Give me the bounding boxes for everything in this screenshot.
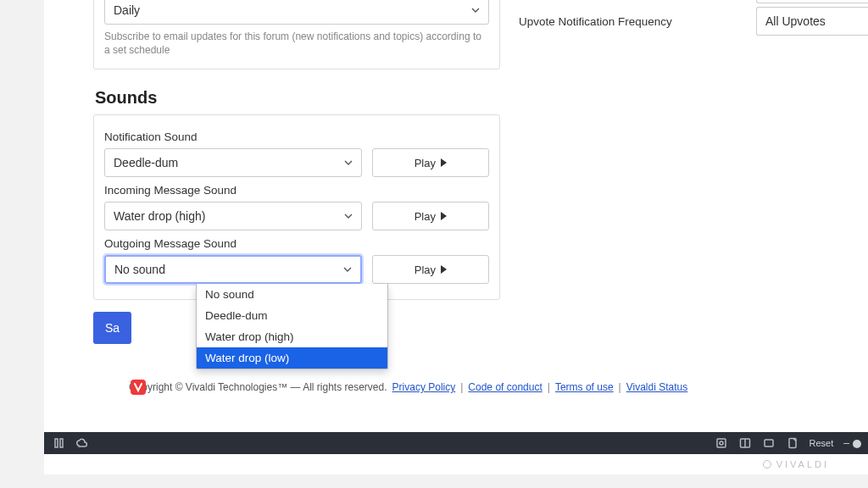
zoom-reset-button[interactable]: Reset: [810, 438, 834, 448]
vivaldi-ring-icon: [763, 460, 771, 469]
outgoing-sound-play-button[interactable]: Play: [372, 255, 489, 284]
page-footer: Copyright © Vivaldi Technologies™ — All …: [88, 374, 868, 400]
outgoing-sound-value: No sound: [114, 263, 165, 276]
notification-sound-label: Notification Sound: [104, 130, 489, 143]
upvote-frequency-select[interactable]: All Upvotes: [756, 7, 868, 36]
copyright-text: Copyright © Vivaldi Technologies™ — All …: [129, 381, 387, 393]
footer-link-privacy[interactable]: Privacy Policy: [392, 381, 456, 393]
notification-sound-value: Deedle-dum: [114, 156, 178, 169]
email-digest-card: Daily Subscribe to email updates for thi…: [93, 0, 500, 69]
window-left-gutter: [0, 0, 44, 488]
svg-rect-1: [60, 439, 63, 447]
brand-text: VIVALDI: [776, 459, 829, 469]
sounds-card: Notification Sound Deedle-dum Play Incom…: [93, 114, 500, 300]
play-icon: [441, 212, 447, 220]
outgoing-sound-label: Outgoing Message Sound: [104, 237, 489, 250]
svg-rect-5: [765, 440, 773, 446]
chevron-down-icon: [344, 160, 353, 165]
incoming-sound-play-button[interactable]: Play: [372, 202, 489, 230]
digest-help-text: Subscribe to email updates for this foru…: [104, 30, 489, 57]
play-icon: [441, 265, 447, 274]
sound-option-deedle-dum[interactable]: Deedle-dum: [197, 305, 387, 326]
chevron-down-icon: [343, 267, 352, 272]
settings-right-column: Upvote Notification Frequency All Upvote…: [519, 0, 868, 36]
incoming-sound-value: Water drop (high): [114, 209, 205, 223]
chevron-down-icon: [471, 8, 480, 13]
play-label: Play: [415, 210, 436, 223]
save-button[interactable]: Sa: [93, 312, 131, 344]
digest-frequency-value: Daily: [114, 3, 140, 17]
content-area: Daily Subscribe to email updates for thi…: [44, 0, 868, 432]
play-label: Play: [415, 157, 436, 169]
save-label: Sa: [105, 321, 120, 335]
page-actions-icon[interactable]: [786, 436, 799, 450]
outgoing-sound-select[interactable]: No sound: [104, 255, 362, 284]
upvote-frequency-row: Upvote Notification Frequency All Upvote…: [519, 7, 868, 36]
images-toggle-icon[interactable]: [762, 436, 776, 450]
footer-link-terms[interactable]: Terms of use: [555, 381, 614, 393]
svg-rect-2: [717, 439, 726, 447]
sync-cloud-icon[interactable]: [75, 436, 88, 450]
svg-rect-0: [55, 439, 58, 447]
upvote-frequency-value: All Upvotes: [765, 14, 826, 28]
capture-icon[interactable]: [715, 436, 728, 450]
upvote-frequency-label: Upvote Notification Frequency: [519, 15, 756, 28]
digest-frequency-select[interactable]: Daily: [104, 0, 489, 25]
tiling-icon[interactable]: [738, 436, 752, 450]
incoming-sound-select[interactable]: Water drop (high): [104, 202, 362, 230]
settings-left-column: Daily Subscribe to email updates for thi…: [93, 0, 500, 300]
notification-sound-play-button[interactable]: Play: [372, 148, 489, 177]
play-label: Play: [415, 263, 436, 276]
sounds-heading: Sounds: [95, 88, 500, 108]
notification-sound-select[interactable]: Deedle-dum: [104, 148, 362, 177]
sound-option-water-drop-low[interactable]: Water drop (low): [197, 347, 387, 369]
browser-status-bar: Reset –: [44, 432, 868, 454]
brand-strip: VIVALDI: [44, 454, 868, 474]
incoming-sound-label: Incoming Message Sound: [104, 184, 489, 197]
panel-toggle-icon[interactable]: [53, 436, 66, 450]
vivaldi-logo-icon: [131, 380, 146, 395]
play-icon: [441, 158, 447, 167]
chevron-down-icon: [344, 214, 353, 219]
sound-option-water-drop-high[interactable]: Water drop (high): [197, 326, 387, 347]
outgoing-sound-dropdown[interactable]: No sound Deedle-dum Water drop (high) Wa…: [196, 284, 388, 369]
footer-link-code-of-conduct[interactable]: Code of conduct: [468, 381, 542, 393]
footer-link-status[interactable]: Vivaldi Status: [626, 381, 688, 393]
zoom-out-dash[interactable]: –: [843, 437, 849, 449]
svg-point-3: [720, 441, 723, 445]
sound-option-no-sound[interactable]: No sound: [197, 284, 387, 305]
